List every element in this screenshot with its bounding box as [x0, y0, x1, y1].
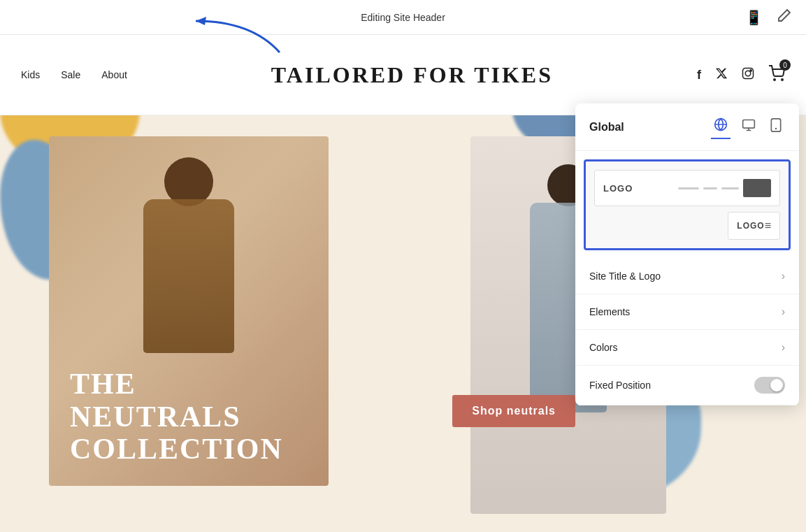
toolbar-icons: 📱 [745, 8, 792, 27]
fixed-position-label: Fixed Position [589, 380, 651, 391]
hero-left-image: THE NEUTRALS COLLECTION [49, 136, 329, 486]
twitter-icon[interactable] [715, 67, 728, 83]
site-title-logo-label: Site Title & Logo [589, 271, 661, 282]
hero-heading: THE NEUTRALS COLLECTION [70, 368, 308, 465]
chevron-right-icon: › [782, 270, 785, 282]
desktop-view-icon[interactable] [739, 115, 758, 138]
panel-preview: LOGO LOGO ≡ [584, 159, 791, 250]
preview-line-2 [703, 187, 717, 189]
fixed-position-item[interactable]: Fixed Position [575, 366, 799, 405]
preview-line-3 [721, 187, 739, 189]
preview-mobile-container: LOGO ≡ [594, 212, 780, 240]
panel-header: Global [575, 103, 799, 151]
preview-desktop-row: LOGO [594, 170, 780, 206]
hero-heading-line1: THE NEUTRALS [70, 368, 308, 432]
cart-badge: 0 [779, 59, 791, 71]
nav-about[interactable]: About [101, 69, 127, 80]
nav-kids[interactable]: Kids [21, 69, 40, 80]
cart-icon[interactable]: 0 [768, 65, 785, 85]
svg-marker-0 [196, 17, 206, 25]
svg-point-2 [745, 71, 751, 76]
instagram-icon[interactable] [742, 67, 754, 83]
hamburger-icon: ≡ [765, 220, 771, 232]
panel-view-icons [711, 115, 785, 139]
preview-nav-lines [678, 179, 771, 197]
svg-point-5 [782, 79, 783, 80]
nav-sale[interactable]: Sale [61, 69, 80, 80]
site-title-logo-item[interactable]: Site Title & Logo › [575, 259, 799, 294]
svg-point-4 [774, 79, 775, 80]
nav-right: f 0 [697, 65, 785, 85]
fixed-position-toggle[interactable] [754, 377, 785, 394]
preview-mobile-row: LOGO ≡ [728, 212, 780, 240]
svg-rect-11 [771, 119, 780, 131]
preview-dark-box [743, 179, 771, 197]
top-toolbar: Editing Site Header 📱 [0, 0, 806, 35]
mobile-view-icon[interactable] [767, 115, 785, 138]
svg-rect-8 [743, 120, 755, 129]
settings-panel: Global LOGO LO [575, 103, 799, 405]
svg-point-3 [750, 69, 751, 71]
chevron-right-icon-3: › [782, 341, 785, 354]
edit-icon[interactable] [777, 8, 792, 27]
preview-mobile-logo: LOGO [737, 221, 764, 231]
mobile-preview-icon[interactable]: 📱 [745, 9, 763, 26]
colors-item[interactable]: Colors › [575, 330, 799, 366]
elements-label: Elements [589, 306, 630, 317]
colors-label: Colors [589, 342, 617, 353]
facebook-icon[interactable]: f [697, 68, 701, 82]
nav-left: Kids Sale About [21, 69, 127, 80]
site-title: TAILORED FOR TIKES [127, 62, 697, 88]
toolbar-label: Editing Site Header [361, 12, 445, 23]
preview-logo-label: LOGO [603, 183, 633, 194]
hero-heading-line2: COLLECTION [70, 433, 308, 465]
preview-line-1 [678, 187, 699, 189]
global-view-icon[interactable] [711, 115, 731, 139]
toggle-knob [770, 379, 783, 391]
arrow-annotation [140, 7, 308, 66]
chevron-right-icon-2: › [782, 305, 785, 318]
panel-title: Global [589, 121, 624, 134]
elements-item[interactable]: Elements › [575, 294, 799, 330]
hero-text-overlay: THE NEUTRALS COLLECTION [70, 368, 308, 465]
shop-neutrals-button[interactable]: Shop neutrals [452, 395, 575, 427]
